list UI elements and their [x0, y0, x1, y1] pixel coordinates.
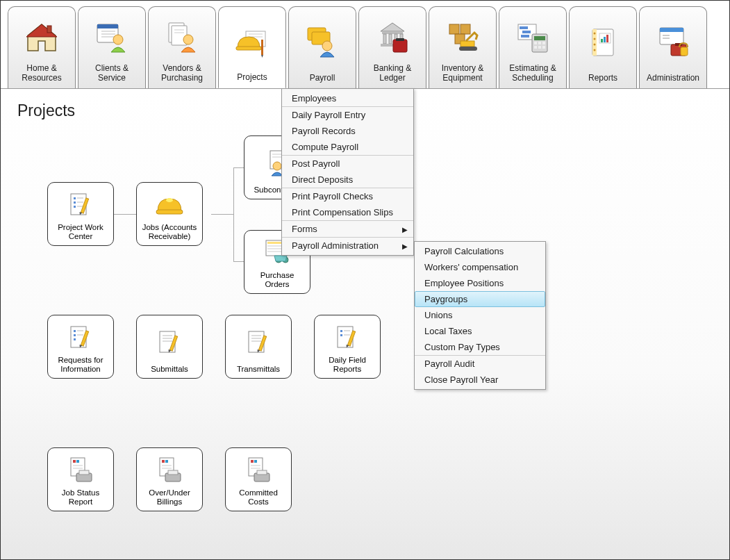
- menu-forms[interactable]: Forms ▶: [282, 220, 413, 237]
- svg-rect-30: [393, 40, 407, 52]
- node-project-work-center[interactable]: Project Work Center: [47, 182, 114, 246]
- tab-estimating-scheduling[interactable]: Estimating &Scheduling: [499, 6, 567, 88]
- node-requests-for-information[interactable]: Requests for Information: [47, 315, 114, 379]
- svg-rect-89: [74, 330, 76, 332]
- svg-rect-124: [165, 460, 168, 463]
- node-over-under-billings[interactable]: Over/Under Billings: [136, 447, 203, 511]
- submenu-paygroups[interactable]: Paygroups: [415, 291, 545, 307]
- house-icon: [24, 20, 59, 55]
- report-printer-icon: [244, 456, 273, 485]
- tab-vendors-purchasing[interactable]: Vendors &Purchasing: [148, 6, 216, 88]
- submenu-employee-positions[interactable]: Employee Positions: [415, 275, 545, 291]
- tab-banking-ledger[interactable]: Banking &Ledger: [358, 6, 426, 88]
- payroll-menu: Employees Daily Payroll Entry Payroll Re…: [281, 88, 414, 256]
- tab-home-resources[interactable]: Home &Resources: [8, 6, 76, 88]
- document-pencil-icon: [244, 328, 273, 357]
- svg-rect-116: [73, 460, 76, 463]
- node-label: Purchase Orders: [247, 271, 307, 289]
- svg-rect-109: [340, 330, 342, 332]
- tab-label: Reports: [588, 73, 617, 83]
- svg-rect-128: [168, 470, 178, 475]
- document-pencil-icon: [333, 323, 362, 352]
- menu-payroll-administration[interactable]: Payroll Administration ▶: [282, 237, 413, 254]
- svg-rect-2: [47, 26, 51, 33]
- bank-ledger-icon: [375, 20, 410, 55]
- svg-rect-67: [74, 197, 76, 199]
- svg-point-13: [183, 35, 193, 44]
- svg-point-80: [273, 162, 281, 170]
- menu-daily-payroll-entry[interactable]: Daily Payroll Entry: [282, 106, 413, 123]
- node-label: Committed Costs: [229, 488, 288, 507]
- gantt-calculator-icon: [515, 20, 550, 55]
- node-jobs-ar[interactable]: Jobs (Accounts Receivable): [136, 182, 203, 246]
- svg-rect-75: [156, 210, 183, 214]
- node-job-status-report[interactable]: Job Status Report: [47, 447, 114, 511]
- node-submittals[interactable]: Submittals: [136, 315, 203, 379]
- submenu-payroll-audit[interactable]: Payroll Audit: [415, 355, 545, 372]
- node-daily-field-reports[interactable]: Daily Field Reports: [314, 315, 381, 379]
- submenu-local-taxes[interactable]: Local Taxes: [415, 323, 545, 339]
- svg-rect-42: [534, 36, 545, 40]
- svg-rect-48: [542, 46, 545, 49]
- node-label: Submittals: [151, 365, 188, 374]
- svg-rect-82: [267, 242, 283, 244]
- main-toolbar: Home &Resources Clients &Service: [1, 1, 729, 89]
- node-transmittals[interactable]: Transmittals: [225, 315, 292, 379]
- svg-rect-46: [534, 46, 537, 49]
- boxes-excavator-icon: [445, 20, 480, 55]
- node-label: Requests for Information: [51, 356, 110, 374]
- svg-rect-117: [76, 460, 79, 463]
- svg-rect-91: [74, 338, 76, 340]
- notebook-icon: [586, 25, 620, 60]
- svg-rect-36: [459, 47, 477, 51]
- svg-point-76: [166, 198, 173, 202]
- svg-rect-47: [538, 46, 541, 49]
- window-toolbox-lock-icon: [656, 25, 690, 60]
- menu-direct-deposits[interactable]: Direct Deposits: [282, 172, 413, 188]
- svg-rect-69: [74, 206, 76, 208]
- svg-rect-33: [461, 24, 470, 34]
- svg-rect-110: [340, 334, 342, 336]
- hardhat-blueprint-icon: [235, 24, 269, 59]
- tab-projects[interactable]: Projects: [218, 6, 286, 88]
- menu-compute-payroll[interactable]: Compute Payroll: [282, 139, 413, 155]
- chevron-right-icon: ▶: [402, 242, 408, 249]
- tab-administration[interactable]: Administration: [639, 6, 707, 88]
- submenu-custom-pay-types[interactable]: Custom Pay Types: [415, 339, 545, 355]
- menu-employees[interactable]: Employees: [282, 90, 413, 106]
- tab-reports[interactable]: Reports: [569, 6, 637, 88]
- node-label: Job Status Report: [51, 488, 110, 507]
- tab-label: Inventory &Equipment: [442, 63, 484, 83]
- node-label: Transmittals: [237, 365, 280, 374]
- svg-rect-18: [261, 40, 263, 55]
- documents-person-icon: [165, 20, 199, 55]
- tab-label: Administration: [647, 73, 699, 83]
- submenu-unions[interactable]: Unions: [415, 307, 545, 323]
- tab-label: Payroll: [310, 73, 335, 83]
- node-committed-costs[interactable]: Committed Costs: [225, 447, 292, 511]
- chevron-right-icon: ▶: [402, 225, 408, 233]
- submenu-close-payroll-year[interactable]: Close Payroll Year: [415, 372, 545, 388]
- submenu-payroll-calculations[interactable]: Payroll Calculations: [415, 243, 545, 259]
- menu-print-comp-slips[interactable]: Print Compensation Slips: [282, 204, 413, 220]
- node-label: Daily Field Reports: [317, 356, 377, 374]
- svg-rect-123: [162, 460, 165, 463]
- payroll-admin-submenu: Payroll Calculations Workers' compensati…: [414, 241, 546, 390]
- svg-point-51: [594, 32, 596, 34]
- svg-marker-19: [261, 55, 263, 58]
- svg-rect-61: [663, 35, 670, 36]
- submenu-workers-compensation[interactable]: Workers' compensation: [415, 259, 545, 275]
- tab-clients-service[interactable]: Clients &Service: [78, 6, 146, 88]
- svg-rect-43: [534, 42, 537, 44]
- svg-rect-56: [601, 39, 603, 42]
- menu-post-payroll[interactable]: Post Payroll: [282, 155, 413, 172]
- menu-payroll-records[interactable]: Payroll Records: [282, 123, 413, 139]
- svg-rect-121: [79, 470, 89, 475]
- svg-rect-58: [606, 35, 608, 42]
- menu-print-payroll-checks[interactable]: Print Payroll Checks: [282, 188, 413, 204]
- tab-payroll[interactable]: Payroll: [288, 6, 356, 88]
- svg-rect-57: [604, 37, 606, 42]
- tab-inventory-equipment[interactable]: Inventory &Equipment: [429, 6, 497, 88]
- svg-rect-24: [382, 31, 403, 34]
- svg-rect-26: [389, 34, 392, 44]
